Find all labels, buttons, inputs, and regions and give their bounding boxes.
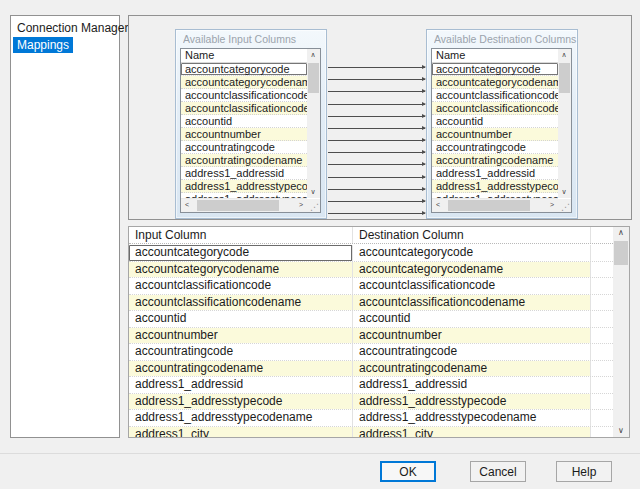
scrollbar-thumb[interactable] (559, 63, 570, 93)
column-list-item[interactable]: address1_addresstypecode (432, 180, 558, 193)
help-button[interactable]: Help (556, 461, 612, 482)
mapping-line[interactable] (328, 67, 425, 68)
grid-row: address1_addressidaddress1_addressid (129, 377, 613, 394)
grid-cell-input-column[interactable]: accountratingcodename (129, 361, 353, 377)
sidebar-item-mappings[interactable]: Mappings (13, 37, 73, 53)
scroll-right-icon[interactable]: > (295, 199, 307, 211)
scroll-right-icon[interactable]: > (546, 199, 558, 211)
mapping-line[interactable] (328, 104, 425, 105)
column-list-item[interactable]: accountratingcode (432, 141, 558, 154)
scrollbar-thumb[interactable] (197, 200, 279, 211)
mapping-line[interactable] (328, 213, 425, 214)
grid-cell-destination-column[interactable]: accountclassificationcode (353, 278, 591, 294)
grid-cell-input-column[interactable]: address1_addresstypecode (129, 394, 353, 410)
scroll-left-icon[interactable]: < (181, 199, 193, 211)
scroll-down-icon[interactable]: ∨ (307, 186, 319, 198)
mapping-line[interactable] (328, 116, 425, 117)
grid-cell-destination-column[interactable]: address1_addresstypecode (353, 394, 591, 410)
mapping-line[interactable] (328, 140, 425, 141)
grid-cell-destination-column[interactable]: accountnumber (353, 328, 591, 344)
destination-list-name-header[interactable]: Name (432, 49, 558, 63)
input-list-horizontal-scrollbar[interactable]: < > (181, 198, 307, 212)
grid-row: accountclassificationcodeaccountclassifi… (129, 278, 613, 295)
grid-cell-input-column[interactable]: address1_addressid (129, 377, 353, 393)
destination-columns-list[interactable]: Name accountcategorycodeaccountcategoryc… (431, 48, 572, 213)
mapping-line[interactable] (328, 128, 425, 129)
grid-cell-input-column[interactable]: address1_addresstypecodename (129, 410, 353, 426)
grid-cell-filler (591, 245, 613, 261)
grid-cell-destination-column[interactable]: accountratingcodename (353, 361, 591, 377)
column-list-item[interactable]: accountclassificationcode (432, 89, 558, 102)
cancel-button[interactable]: Cancel (470, 461, 526, 482)
grid-cell-input-column[interactable]: accountnumber (129, 328, 353, 344)
scrollbar-corner: ⋰ (307, 199, 320, 212)
grid-cell-destination-column[interactable]: accountid (353, 311, 591, 327)
column-list-item[interactable]: accountcategorycodename (181, 76, 307, 89)
grid-row: accountratingcodeaccountratingcode (129, 344, 613, 361)
input-panel-title: Available Input Columns (183, 33, 326, 45)
grid-cell-input-column[interactable]: accountcategorycode (129, 245, 353, 261)
column-list-item[interactable]: accountcategorycode (432, 63, 558, 76)
column-list-item[interactable]: accountclassificationcodename (181, 102, 307, 115)
grid-cell-destination-column[interactable]: accountclassificationcodename (353, 295, 591, 311)
mapping-grid: Input Column Destination Column accountc… (128, 226, 630, 438)
column-list-item[interactable]: accountnumber (181, 128, 307, 141)
grid-header-input-column[interactable]: Input Column (129, 227, 353, 243)
grid-row: address1_addresstypecodenameaddress1_add… (129, 410, 613, 427)
grid-cell-destination-column[interactable]: accountcategorycode (353, 245, 591, 261)
column-list-item[interactable]: accountratingcodename (181, 154, 307, 167)
scrollbar-thumb[interactable] (308, 63, 319, 93)
grid-cell-input-column[interactable]: accountclassificationcode (129, 278, 353, 294)
sidebar-item-connection-manager[interactable]: Connection Manager (13, 20, 132, 36)
column-list-item[interactable]: accountid (432, 115, 558, 128)
column-list-item[interactable]: accountclassificationcodename (432, 102, 558, 115)
mapping-line[interactable] (328, 79, 425, 80)
column-list-item[interactable]: accountnumber (432, 128, 558, 141)
column-list-item[interactable]: accountcategorycodename (432, 76, 558, 89)
mapping-line[interactable] (328, 201, 425, 202)
ok-button[interactable]: OK (380, 461, 436, 482)
scrollbar-thumb[interactable] (448, 200, 530, 211)
grid-cell-filler (591, 328, 613, 344)
scroll-left-icon[interactable]: < (432, 199, 444, 211)
column-list-item[interactable]: address1_addressid (181, 167, 307, 180)
scroll-up-icon[interactable]: ∧ (558, 49, 570, 61)
column-list-item[interactable]: address1_addresstypecode (181, 180, 307, 193)
mapping-line[interactable] (328, 91, 425, 92)
grid-cell-input-column[interactable]: accountcategorycodename (129, 262, 353, 278)
input-columns-list[interactable]: Name accountcategorycodeaccountcategoryc… (180, 48, 321, 213)
mapping-line[interactable] (328, 189, 425, 190)
grid-cell-destination-column[interactable]: address1_city (353, 427, 591, 438)
grid-cell-destination-column[interactable]: address1_addresstypecodename (353, 410, 591, 426)
scroll-down-icon[interactable]: ∨ (613, 425, 629, 437)
grid-row: address1_cityaddress1_city (129, 427, 613, 438)
grid-cell-input-column[interactable]: accountid (129, 311, 353, 327)
grid-cell-input-column[interactable]: address1_city (129, 427, 353, 438)
grid-vertical-scrollbar[interactable]: ∧ ∨ (613, 227, 629, 437)
grid-cell-input-column[interactable]: accountratingcode (129, 344, 353, 360)
column-list-item[interactable]: accountcategorycode (181, 63, 307, 76)
input-list-vertical-scrollbar[interactable]: ∧ ∨ (307, 49, 320, 198)
input-list-name-header[interactable]: Name (181, 49, 307, 63)
scrollbar-thumb[interactable] (614, 241, 628, 265)
column-list-item[interactable]: accountclassificationcode (181, 89, 307, 102)
destination-list-vertical-scrollbar[interactable]: ∧ ∨ (558, 49, 571, 198)
scroll-down-icon[interactable]: ∨ (558, 186, 570, 198)
mapping-line[interactable] (328, 177, 425, 178)
scroll-up-icon[interactable]: ∧ (307, 49, 319, 61)
grid-cell-destination-column[interactable]: accountratingcode (353, 344, 591, 360)
scroll-up-icon[interactable]: ∧ (613, 227, 629, 239)
resize-grip-icon[interactable]: ⋰ (561, 203, 570, 212)
column-list-item[interactable]: accountratingcodename (432, 154, 558, 167)
column-list-item[interactable]: accountratingcode (181, 141, 307, 154)
grid-header-destination-column[interactable]: Destination Column (353, 227, 591, 243)
resize-grip-icon[interactable]: ⋰ (310, 203, 319, 212)
column-list-item[interactable]: address1_addressid (432, 167, 558, 180)
grid-cell-destination-column[interactable]: address1_addressid (353, 377, 591, 393)
mapping-line[interactable] (328, 152, 425, 153)
column-list-item[interactable]: accountid (181, 115, 307, 128)
destination-list-horizontal-scrollbar[interactable]: < > (432, 198, 558, 212)
grid-cell-destination-column[interactable]: accountcategorycodename (353, 262, 591, 278)
grid-cell-input-column[interactable]: accountclassificationcodename (129, 295, 353, 311)
mapping-line[interactable] (328, 164, 425, 165)
